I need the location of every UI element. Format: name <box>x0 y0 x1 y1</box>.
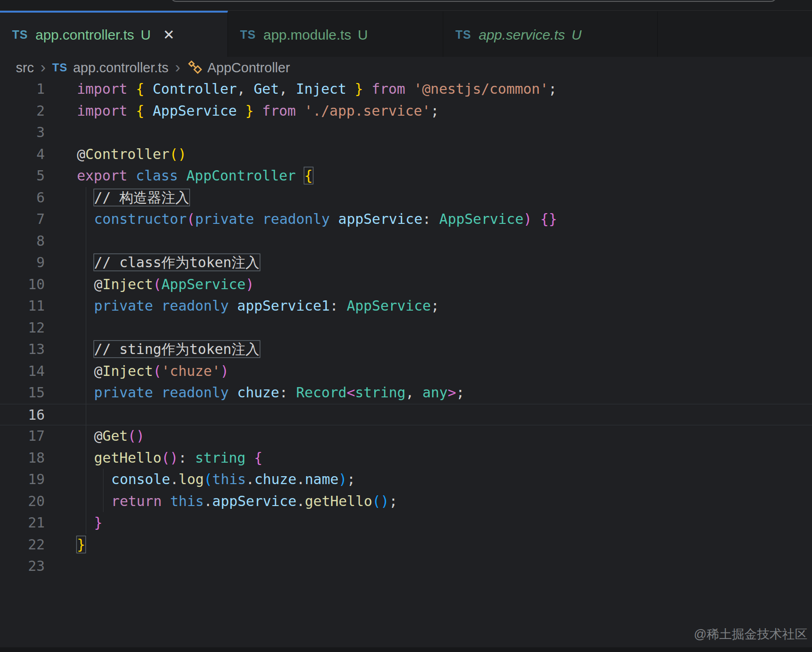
tab-app.service.ts[interactable]: TSapp.service.tsU <box>443 11 658 57</box>
tab-app.controller.ts[interactable]: TSapp.controller.tsU✕ <box>0 11 228 57</box>
token: . <box>296 493 305 509</box>
token: : <box>279 384 296 401</box>
code-line-20: 20return this.appService.getHello(); <box>0 491 812 513</box>
code-line-2: 2import { AppService } from './app.servi… <box>0 100 812 122</box>
code-text[interactable] <box>77 230 94 252</box>
quick-input-widget[interactable] <box>171 0 777 2</box>
breadcrumb-item-app.controller.ts[interactable]: TSapp.controller.ts <box>52 60 168 76</box>
token: readonly <box>161 384 237 401</box>
token: {} <box>540 211 557 227</box>
token: { <box>254 450 262 466</box>
token: : <box>178 450 195 466</box>
breadcrumb-label: AppController <box>207 60 290 76</box>
token: ( <box>186 211 195 227</box>
token: readonly <box>262 211 338 227</box>
code-line-21: 21} <box>0 512 812 534</box>
code-text[interactable]: // sting作为token注入 <box>77 339 260 361</box>
ts-file-icon: TS <box>12 28 28 42</box>
token: from <box>363 81 413 97</box>
token: @ <box>77 146 85 162</box>
token: private <box>195 211 263 227</box>
code-text[interactable]: constructor(private readonly appService:… <box>77 208 557 230</box>
code-line-10: 10@Inject(AppService) <box>0 274 812 296</box>
code-text[interactable]: // 构造器注入 <box>77 187 189 209</box>
token: Controller <box>153 81 237 97</box>
line-number: 5 <box>0 165 45 187</box>
line-number: 4 <box>0 144 45 166</box>
code-line-7: 7constructor(private readonly appService… <box>0 208 812 230</box>
token: Inject <box>103 363 153 379</box>
code-text[interactable]: // class作为token注入 <box>77 252 260 274</box>
token: readonly <box>161 298 237 314</box>
token: // class作为token注入 <box>94 254 260 271</box>
token: appService1 <box>237 298 330 314</box>
code-text[interactable]: import { AppService } from './app.servic… <box>77 100 439 122</box>
line-number: 1 <box>0 78 45 100</box>
code-text[interactable]: console.log(this.chuze.name); <box>77 469 355 491</box>
token: console <box>111 471 170 487</box>
token: ) <box>220 363 229 379</box>
ts-file-icon: TS <box>52 61 68 74</box>
tab-app.module.ts[interactable]: TSapp.module.tsU <box>228 11 443 57</box>
token: '@nestjs/common' <box>414 81 549 97</box>
code-line-9: 9// class作为token注入 <box>0 252 812 274</box>
token: Inject <box>296 81 346 97</box>
token: export <box>77 167 136 184</box>
code-line-19: 19console.log(this.chuze.name); <box>0 469 812 491</box>
line-number: 20 <box>0 491 45 513</box>
code-text[interactable]: export class AppController { <box>77 165 313 187</box>
token: ) <box>338 471 347 487</box>
token: getHello <box>305 493 372 509</box>
line-number: 19 <box>0 469 45 491</box>
code-text[interactable]: private readonly chuze: Record<string, a… <box>77 382 465 404</box>
token: private <box>94 298 162 314</box>
code-text[interactable]: @Controller() <box>77 144 186 166</box>
token: ; <box>389 493 398 509</box>
token: // sting作为token注入 <box>94 341 260 357</box>
git-status-badge: U <box>571 27 582 43</box>
token: () <box>372 493 389 509</box>
code-text[interactable]: @Inject(AppService) <box>77 274 254 296</box>
code-editor: 1import { Controller, Get, Inject } from… <box>0 78 812 647</box>
bottom-strip <box>0 647 812 652</box>
token: this <box>212 471 246 487</box>
token: . <box>170 471 179 487</box>
breadcrumb-label: src <box>16 60 34 76</box>
code-text[interactable]: @Inject('chuze') <box>77 361 229 382</box>
token <box>532 211 540 227</box>
code-text[interactable]: return this.appService.getHello(); <box>77 491 398 513</box>
code-line-6: 6// 构造器注入 <box>0 187 812 209</box>
token: AppService <box>153 103 237 119</box>
breadcrumb: src›TSapp.controller.ts›AppController <box>0 57 812 78</box>
watermark: @稀土掘金技术社区 <box>694 626 807 643</box>
token: AppService <box>347 298 431 314</box>
line-number: 13 <box>0 339 45 361</box>
code-line-22: 22} <box>0 534 812 556</box>
token: () <box>128 428 145 444</box>
line-number: 17 <box>0 425 45 447</box>
token: 'chuze' <box>161 363 220 379</box>
breadcrumb-item-AppController[interactable]: AppController <box>187 60 290 76</box>
close-icon[interactable]: ✕ <box>163 27 174 43</box>
breadcrumb-item-src[interactable]: src <box>16 60 34 76</box>
chevron-right-icon: › <box>175 59 180 76</box>
code-text[interactable] <box>77 317 94 339</box>
token: './app.service' <box>304 103 431 119</box>
token: @ <box>94 363 103 379</box>
code-text[interactable] <box>77 404 94 425</box>
token: ) <box>246 276 254 292</box>
token: } <box>237 103 254 119</box>
code-text[interactable]: getHello(): string { <box>77 447 262 469</box>
code-text[interactable]: @Get() <box>77 425 145 447</box>
line-number: 16 <box>0 404 45 425</box>
token: appService <box>338 211 423 227</box>
token: AppService <box>439 211 523 227</box>
tab-label: app.service.ts <box>479 27 565 43</box>
code-text[interactable]: import { Controller, Get, Inject } from … <box>77 78 557 100</box>
git-status-badge: U <box>358 27 368 43</box>
code-text[interactable]: } <box>77 534 85 556</box>
code-text[interactable]: } <box>77 512 103 534</box>
token: string <box>195 450 254 466</box>
token: , <box>406 384 422 401</box>
code-text[interactable]: private readonly appService1: AppService… <box>77 295 439 317</box>
